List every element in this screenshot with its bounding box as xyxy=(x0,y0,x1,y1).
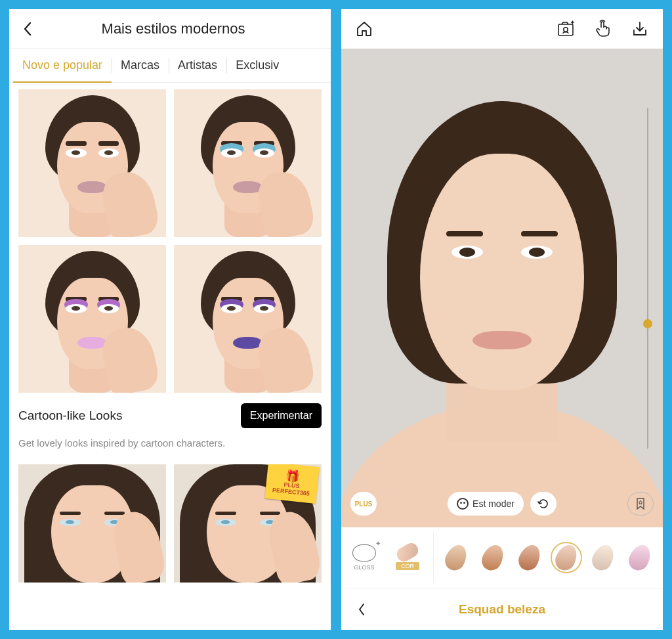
preview-canvas[interactable]: PLUS Est moder xyxy=(341,49,663,527)
catalog-body: Cartoon-like Looks Experimentar Get love… xyxy=(9,83,331,630)
plus-chip[interactable]: PLUS xyxy=(350,492,377,516)
styles-catalog-screen: Mais estilos modernos Novo e popular Mar… xyxy=(9,9,331,630)
preview-chip-row: PLUS Est moder xyxy=(341,492,663,516)
editor-toolbar xyxy=(341,9,663,49)
swatch-preview-icon xyxy=(394,540,421,564)
color-swatch[interactable] xyxy=(624,542,656,573)
color-swatch[interactable] xyxy=(587,542,619,573)
chevron-left-icon xyxy=(22,21,33,37)
face-icon xyxy=(457,498,469,510)
editor-screen: PLUS Est moder GLOSS COR xyxy=(341,9,663,630)
touch-button[interactable] xyxy=(592,18,614,40)
look-thumbnail[interactable] xyxy=(18,89,166,237)
gloss-tool[interactable]: GLOSS xyxy=(345,544,383,571)
collapse-button[interactable] xyxy=(350,598,373,621)
look-thumbnail[interactable] xyxy=(18,464,166,583)
look-thumbnail[interactable]: 🎁 PLUS PERFECT365 xyxy=(174,464,322,583)
color-swatch[interactable] xyxy=(440,542,472,573)
tab-marcas[interactable]: Marcas xyxy=(112,49,169,82)
color-swatch[interactable] xyxy=(514,542,545,573)
svg-rect-0 xyxy=(558,24,573,35)
est-moder-label: Est moder xyxy=(472,498,514,509)
hand-tap-icon xyxy=(594,20,612,38)
cor-label: COR xyxy=(396,562,419,570)
intensity-slider-thumb[interactable] xyxy=(643,319,652,328)
gift-icon: 🎁 xyxy=(285,470,301,483)
save-button[interactable] xyxy=(629,18,651,40)
download-icon xyxy=(631,20,648,37)
category-tabs: Novo e popular Marcas Artistas Exclusiv xyxy=(9,49,331,83)
page-title: Mais estilos modernos xyxy=(43,20,303,37)
cor-tool[interactable]: COR xyxy=(388,545,427,570)
plus-badge: 🎁 PLUS PERFECT365 xyxy=(264,464,319,504)
tab-novo-popular[interactable]: Novo e popular xyxy=(13,49,112,82)
collection-title: Cartoon-like Looks xyxy=(18,408,122,423)
undo-icon xyxy=(537,497,550,510)
photo-switch-button[interactable] xyxy=(555,18,578,40)
camera-portrait-icon xyxy=(556,20,576,38)
color-swatch[interactable] xyxy=(477,542,509,573)
tab-exclusivos[interactable]: Exclusiv xyxy=(226,49,288,82)
looks-grid xyxy=(18,89,322,393)
undo-button[interactable] xyxy=(530,492,556,516)
intensity-slider-track[interactable] xyxy=(647,108,648,449)
back-button[interactable] xyxy=(18,20,37,38)
second-looks-grid: 🎁 PLUS PERFECT365 xyxy=(18,464,322,583)
plus-badge-text-bottom: PERFECT365 xyxy=(272,487,310,497)
bottom-bar: Esquad beleza xyxy=(341,588,663,630)
chevron-left-icon xyxy=(357,602,366,617)
bookmark-star-icon xyxy=(634,497,647,510)
home-icon xyxy=(355,20,373,38)
look-thumbnail[interactable] xyxy=(174,245,322,393)
look-thumbnail[interactable] xyxy=(174,89,322,237)
svg-point-1 xyxy=(564,28,568,32)
collection-description: Get lovely looks inspired by cartoon cha… xyxy=(18,437,322,449)
est-moder-chip[interactable]: Est moder xyxy=(448,492,524,516)
look-thumbnail[interactable] xyxy=(18,245,166,393)
try-button[interactable]: Experimentar xyxy=(241,403,322,428)
collection-header: Cartoon-like Looks Experimentar xyxy=(18,403,322,428)
color-swatch-selected[interactable] xyxy=(551,542,582,573)
header: Mais estilos modernos xyxy=(9,9,331,49)
tab-artistas[interactable]: Artistas xyxy=(169,49,226,82)
bottom-title: Esquad beleza xyxy=(373,602,631,617)
swatch-bar: GLOSS COR xyxy=(341,527,663,588)
lips-icon xyxy=(352,544,376,562)
home-button[interactable] xyxy=(353,18,375,40)
gloss-label: GLOSS xyxy=(354,564,374,571)
favorite-button[interactable] xyxy=(627,492,654,516)
